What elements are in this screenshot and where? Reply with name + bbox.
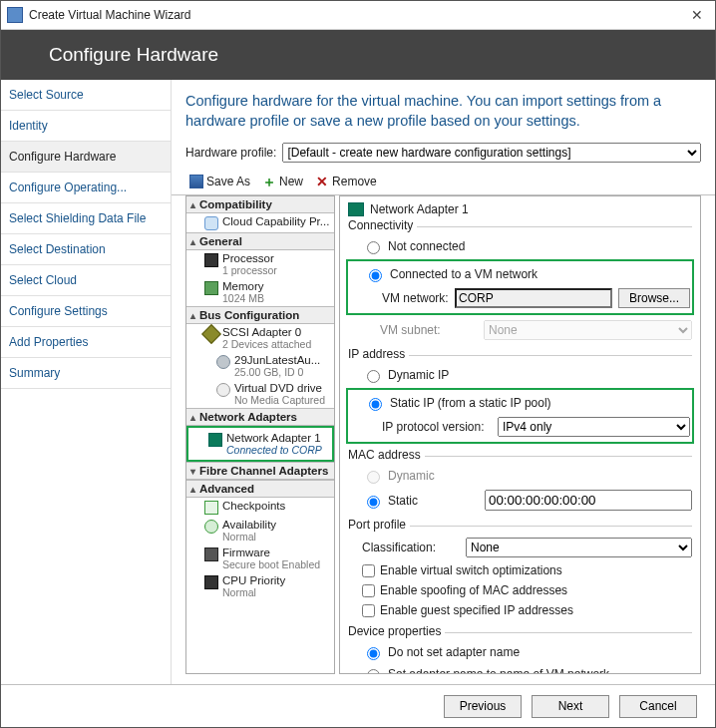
priority-icon [204, 575, 218, 589]
radio-mac-static[interactable] [367, 496, 380, 509]
new-button[interactable]: ＋New [258, 173, 307, 190]
nic-icon [348, 202, 364, 216]
legend-connectivity: Connectivity [348, 218, 417, 232]
cat-advanced[interactable]: ▴Advanced [186, 480, 334, 498]
nav-configure-os[interactable]: Configure Operating... [1, 173, 171, 203]
nav-identity[interactable]: Identity [1, 111, 171, 142]
memory-icon [204, 281, 218, 295]
ip-proto-label: IP protocol version: [382, 420, 492, 434]
chevron-up-icon: ▴ [190, 199, 195, 210]
wizard-window: Create Virtual Machine Wizard ✕ Configur… [0, 0, 716, 728]
ip-proto-select[interactable]: IPv4 only [498, 417, 690, 437]
cpu-icon [204, 253, 218, 267]
availability-icon [204, 520, 218, 534]
titlebar: Create Virtual Machine Wizard ✕ [1, 1, 715, 30]
chevron-up-icon: ▴ [190, 484, 195, 495]
item-availability[interactable]: AvailabilityNormal [186, 517, 334, 545]
radio-not-connected[interactable] [367, 241, 380, 254]
dvd-icon [216, 383, 230, 397]
nav-configure-hardware[interactable]: Configure Hardware [1, 142, 171, 173]
nav-select-source[interactable]: Select Source [1, 80, 171, 111]
legend-port: Port profile [348, 518, 410, 532]
radio-set-name[interactable] [367, 669, 380, 674]
vm-subnet-label: VM subnet: [380, 323, 478, 337]
app-icon [7, 7, 23, 23]
nav-summary[interactable]: Summary [1, 358, 171, 389]
cat-network[interactable]: ▴Network Adapters [186, 408, 334, 426]
scsi-icon [201, 324, 221, 344]
cloud-icon [204, 216, 218, 230]
legend-mac: MAC address [348, 448, 425, 462]
chk-guest-ip[interactable] [362, 604, 375, 617]
disk-icon [216, 355, 230, 369]
banner-title: Configure Hardware [49, 44, 218, 66]
cat-compatibility[interactable]: ▴Compatibility [186, 196, 334, 213]
radio-noset-name[interactable] [367, 647, 380, 660]
cat-fibre[interactable]: ▾Fibre Channel Adapters [186, 462, 334, 480]
item-dvd[interactable]: Virtual DVD driveNo Media Captured [186, 380, 334, 408]
legend-ip: IP address [348, 347, 409, 361]
remove-button[interactable]: ✕Remove [311, 173, 381, 190]
hardware-tree[interactable]: ▴Compatibility Cloud Capability Pr... ▴G… [185, 195, 335, 674]
chk-mac-spoof[interactable] [362, 584, 375, 597]
checkpoint-icon [204, 501, 218, 515]
plus-icon: ＋ [262, 175, 276, 188]
item-firmware[interactable]: FirmwareSecure boot Enabled [186, 545, 334, 572]
detail-pane: Network Adapter 1 Connectivity Not conne… [339, 195, 701, 674]
vm-subnet-select: None [484, 320, 692, 340]
item-checkpoints[interactable]: Checkpoints [186, 498, 334, 517]
radio-dynamic-ip[interactable] [367, 370, 380, 383]
nav-shielding[interactable]: Select Shielding Data File [1, 203, 171, 234]
cancel-button[interactable]: Cancel [619, 695, 697, 718]
item-scsi[interactable]: SCSI Adapter 02 Devices attached [186, 324, 334, 352]
cat-general[interactable]: ▴General [186, 232, 334, 250]
chk-vswitch-opt[interactable] [362, 564, 375, 577]
chevron-up-icon: ▴ [190, 310, 195, 321]
classification-select[interactable]: None [466, 538, 692, 557]
nav-properties[interactable]: Add Properties [1, 327, 171, 358]
item-cpu-priority[interactable]: CPU PriorityNormal [186, 572, 334, 600]
x-icon: ✕ [315, 175, 329, 188]
radio-connected[interactable] [369, 269, 382, 282]
hardware-profile-select[interactable]: [Default - create new hardware configura… [282, 143, 701, 163]
detail-title: Network Adapter 1 [370, 202, 469, 216]
radio-static-ip[interactable] [369, 398, 382, 411]
nav-settings[interactable]: Configure Settings [1, 296, 171, 327]
nav-cloud[interactable]: Select Cloud [1, 265, 171, 296]
vm-network-input[interactable] [455, 288, 612, 308]
item-cloud-capability[interactable]: Cloud Capability Pr... [186, 213, 334, 232]
headline: Configure hardware for the virtual machi… [172, 80, 715, 139]
window-title: Create Virtual Machine Wizard [29, 8, 685, 22]
radio-mac-dynamic [367, 471, 380, 484]
next-button[interactable]: Next [532, 695, 609, 718]
chevron-up-icon: ▴ [190, 412, 195, 423]
item-network-adapter-1[interactable]: Network Adapter 1Connected to CORP [190, 430, 330, 458]
toolbar: Save As ＋New ✕Remove [172, 169, 715, 195]
hardware-profile-label: Hardware profile: [185, 146, 276, 160]
item-memory[interactable]: Memory1024 MB [186, 278, 334, 306]
cat-bus[interactable]: ▴Bus Configuration [186, 306, 334, 324]
classification-label: Classification: [362, 541, 460, 554]
save-icon [189, 175, 203, 188]
firmware-icon [204, 547, 218, 561]
footer: Previous Next Cancel [1, 684, 715, 727]
legend-device: Device properties [348, 624, 445, 638]
item-disk[interactable]: 29JunLatestAu...25.00 GB, ID 0 [186, 352, 334, 380]
chevron-down-icon: ▾ [190, 466, 195, 477]
close-icon[interactable]: ✕ [685, 7, 709, 23]
nav-destination[interactable]: Select Destination [1, 234, 171, 265]
vm-network-label: VM network: [382, 291, 449, 305]
nic-icon [208, 433, 222, 447]
mac-input[interactable] [485, 490, 692, 511]
previous-button[interactable]: Previous [444, 695, 522, 718]
item-processor[interactable]: Processor1 processor [186, 250, 334, 278]
browse-button[interactable]: Browse... [618, 288, 690, 308]
chevron-up-icon: ▴ [190, 236, 195, 247]
save-as-button[interactable]: Save As [185, 173, 254, 190]
banner: Configure Hardware [1, 30, 715, 80]
wizard-steps: Select Source Identity Configure Hardwar… [1, 80, 172, 684]
